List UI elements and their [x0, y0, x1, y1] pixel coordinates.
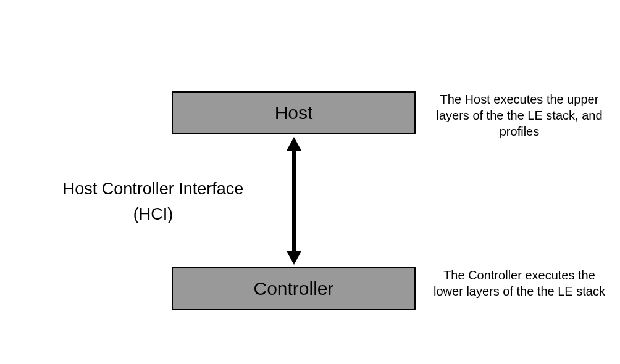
host-description: The Host executes the upper layers of th…	[428, 91, 611, 139]
host-box: Host	[172, 91, 416, 134]
controller-box: Controller	[172, 267, 416, 310]
double-arrow-icon	[287, 137, 301, 265]
controller-description: The Controller executes the lower layers…	[428, 267, 611, 299]
host-box-label: Host	[275, 102, 313, 123]
svg-marker-2	[287, 251, 301, 265]
svg-marker-1	[287, 137, 301, 151]
interface-label: Host Controller Interface (HCI)	[48, 176, 258, 226]
controller-box-label: Controller	[253, 278, 333, 299]
interface-label-line1: Host Controller Interface	[63, 180, 244, 198]
interface-label-line2: (HCI)	[133, 205, 173, 223]
